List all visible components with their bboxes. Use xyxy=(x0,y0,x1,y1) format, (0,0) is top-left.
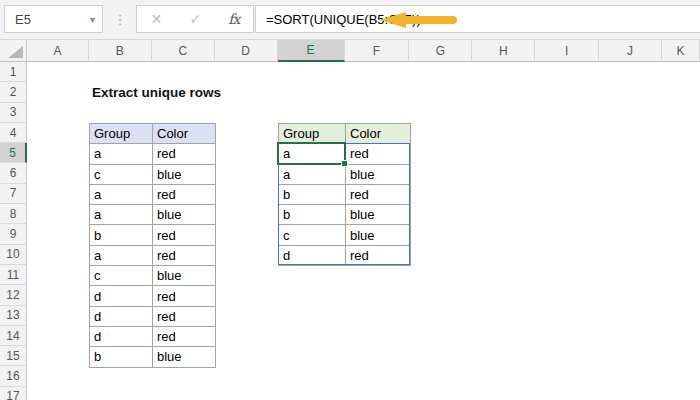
data-cell[interactable]: blue xyxy=(346,225,411,245)
data-cell[interactable]: red xyxy=(346,246,411,266)
formula-bar-buttons: ✕ ✓ fx xyxy=(136,5,254,33)
data-cell[interactable]: blue xyxy=(153,165,216,185)
row-header-12[interactable]: 12 xyxy=(0,285,27,305)
formula-pointer-arrow-icon xyxy=(379,11,459,33)
table-row: ared xyxy=(279,144,411,164)
data-cell[interactable]: b xyxy=(90,347,153,367)
left-table-header-row: GroupColor xyxy=(90,124,216,144)
column-header-F[interactable]: F xyxy=(345,40,410,62)
row-header-11[interactable]: 11 xyxy=(0,265,27,285)
table-row: dred xyxy=(90,286,216,306)
result-table: GroupColoraredabluebredbbluecbluedred xyxy=(278,123,411,266)
data-cell[interactable]: red xyxy=(153,246,216,266)
formula-input[interactable]: =SORT(UNIQUE(B5:C15)) xyxy=(255,5,700,33)
name-box-dropdown-icon[interactable]: ▾ xyxy=(90,14,102,25)
data-cell[interactable]: red xyxy=(153,327,216,347)
column-header-C[interactable]: C xyxy=(152,40,215,62)
row-header-8[interactable]: 8 xyxy=(0,204,27,224)
row-header-2[interactable]: 2 xyxy=(0,82,27,102)
table-row: cblue xyxy=(90,266,216,286)
insert-function-icon[interactable]: fx xyxy=(228,11,239,27)
table-row: dred xyxy=(279,246,411,266)
header-cell-group[interactable]: Group xyxy=(279,124,346,144)
formula-bar-separator-dots-icon: ⋮ xyxy=(114,5,126,33)
row-header-6[interactable]: 6 xyxy=(0,163,27,183)
data-cell[interactable]: blue xyxy=(153,205,216,225)
row-headers: 1234567891011121314151617 xyxy=(0,62,27,400)
table-row: cblue xyxy=(90,165,216,185)
cancel-icon[interactable]: ✕ xyxy=(151,11,163,27)
column-header-E[interactable]: E xyxy=(278,40,345,62)
header-cell-color[interactable]: Color xyxy=(346,124,411,144)
data-cell[interactable]: blue xyxy=(153,347,216,367)
row-header-5[interactable]: 5 xyxy=(0,143,27,163)
row-header-13[interactable]: 13 xyxy=(0,306,27,326)
data-cell[interactable]: a xyxy=(279,165,346,185)
table-row: ablue xyxy=(90,205,216,225)
header-cell-color[interactable]: Color xyxy=(153,124,216,144)
column-header-K[interactable]: K xyxy=(662,40,700,62)
data-cell[interactable]: blue xyxy=(346,205,411,225)
data-cell[interactable]: red xyxy=(346,185,411,205)
enter-icon[interactable]: ✓ xyxy=(189,11,201,27)
data-cell[interactable]: a xyxy=(90,185,153,205)
column-header-H[interactable]: H xyxy=(472,40,535,62)
row-header-16[interactable]: 16 xyxy=(0,366,27,386)
data-cell[interactable]: a xyxy=(279,144,346,164)
column-headers: ABCDEFGHIJK xyxy=(0,40,700,62)
table-row: cblue xyxy=(279,225,411,245)
data-cell[interactable]: c xyxy=(90,165,153,185)
table-row: bred xyxy=(90,225,216,245)
data-cell[interactable]: red xyxy=(153,225,216,245)
row-header-4[interactable]: 4 xyxy=(0,123,27,143)
row-header-7[interactable]: 7 xyxy=(0,184,27,204)
row-header-14[interactable]: 14 xyxy=(0,326,27,346)
select-all-corner[interactable] xyxy=(0,40,27,62)
data-cell[interactable]: d xyxy=(279,246,346,266)
data-cell[interactable]: blue xyxy=(346,165,411,185)
row-header-1[interactable]: 1 xyxy=(0,62,27,82)
data-cell[interactable]: red xyxy=(153,307,216,327)
column-header-B[interactable]: B xyxy=(89,40,152,62)
data-cell[interactable]: red xyxy=(153,144,216,164)
data-cell[interactable]: a xyxy=(90,144,153,164)
source-table: GroupColoraredcbluearedabluebredaredcblu… xyxy=(89,123,216,368)
table-row: ared xyxy=(90,246,216,266)
table-row: dred xyxy=(90,307,216,327)
data-cell[interactable]: d xyxy=(90,286,153,306)
sheet-title[interactable]: Extract unique rows xyxy=(92,82,221,103)
table-row: ared xyxy=(90,144,216,164)
name-box-value: E5 xyxy=(5,12,31,27)
data-cell[interactable]: c xyxy=(279,225,346,245)
data-cell[interactable]: a xyxy=(90,246,153,266)
table-row: ared xyxy=(90,185,216,205)
column-header-J[interactable]: J xyxy=(599,40,662,62)
table-row: bblue xyxy=(279,205,411,225)
data-cell[interactable]: b xyxy=(90,225,153,245)
row-header-17[interactable]: 17 xyxy=(0,387,27,400)
column-header-I[interactable]: I xyxy=(535,40,599,62)
column-header-G[interactable]: G xyxy=(409,40,472,62)
header-cell-group[interactable]: Group xyxy=(90,124,153,144)
table-row: ablue xyxy=(279,165,411,185)
column-header-D[interactable]: D xyxy=(215,40,278,62)
formula-bar: E5 ▾ ⋮ ✕ ✓ fx =SORT(UNIQUE(B5:C15)) xyxy=(0,0,700,40)
row-header-10[interactable]: 10 xyxy=(0,245,27,265)
name-box[interactable]: E5 ▾ xyxy=(4,5,103,33)
row-header-3[interactable]: 3 xyxy=(0,103,27,123)
data-cell[interactable]: b xyxy=(279,205,346,225)
data-cell[interactable]: c xyxy=(90,266,153,286)
select-all-triangle-icon xyxy=(8,46,23,58)
data-cell[interactable]: b xyxy=(279,185,346,205)
data-cell[interactable]: red xyxy=(346,144,411,164)
table-row: bred xyxy=(279,185,411,205)
column-header-A[interactable]: A xyxy=(27,40,89,62)
row-header-15[interactable]: 15 xyxy=(0,346,27,366)
data-cell[interactable]: a xyxy=(90,205,153,225)
data-cell[interactable]: d xyxy=(90,327,153,347)
data-cell[interactable]: red xyxy=(153,185,216,205)
row-header-9[interactable]: 9 xyxy=(0,224,27,244)
data-cell[interactable]: red xyxy=(153,286,216,306)
data-cell[interactable]: d xyxy=(90,307,153,327)
data-cell[interactable]: blue xyxy=(153,266,216,286)
